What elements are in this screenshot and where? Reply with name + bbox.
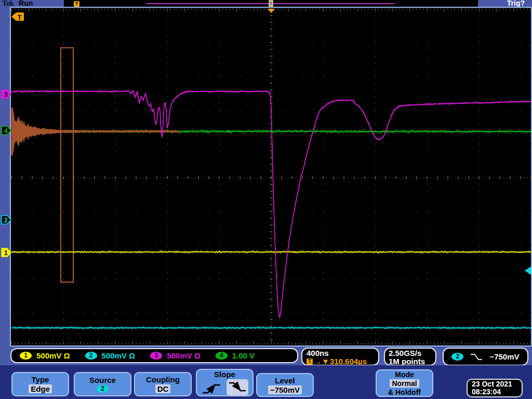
source-label: Source [89,376,116,384]
mode-button[interactable]: Mode Normal & Holdoff [376,369,433,397]
svg-text:1: 1 [4,249,8,257]
datetime-box: 23 Oct 2021 08:23:04 [467,379,523,397]
channel-4-badge: 4 [216,352,228,360]
channel-3-readout[interactable]: 3 500mV Ω [150,351,201,360]
channel-1-readout[interactable]: 1 500mV Ω [20,351,70,360]
channel-4-scale: 1.00 V [232,351,255,360]
slope-label: Slope [214,370,235,379]
channel-3-badge: 3 [150,352,162,360]
level-button[interactable]: Level −750mV [256,373,314,397]
channel-readout-box: 1 500mV Ω 2 500mV Ω 3 500mV Ω 4 1.00 V [10,348,298,363]
trigger-readout-box: 2 −750mV [443,348,528,366]
trigger-position-slider[interactable]: T [269,0,273,7]
type-button[interactable]: Type Edge [11,372,69,396]
channel-1-scale: 500mV Ω [36,351,70,360]
svg-text:3: 3 [4,91,8,98]
channel-2-badge: 2 [85,352,97,360]
channel-2-scale: 500mV Ω [102,351,136,360]
record-length: 1M points [389,357,435,366]
channel-1-badge: 1 [20,352,32,360]
oscilloscope-screen: Tek Run T T Trig? 3421T 1 500mV Ω 2 500m… [0,0,532,399]
slope-button[interactable]: Slope [196,369,254,396]
level-value: −750mV [268,385,302,394]
trigger-t-icon: T [74,1,79,7]
rising-slope-icon [202,380,221,395]
mode-value: Normal [390,379,419,388]
sample-rate: 2.50GS/s [389,349,435,357]
trigger-t-icon: T [307,358,313,365]
channel-3-scale: 500mV Ω [167,351,201,360]
acquisition-readout-box: 2.50GS/s 1M points [384,348,436,366]
mode-value2: & Holdoff [388,388,421,396]
falling-slope-icon [229,380,246,393]
svg-text:4: 4 [4,127,8,135]
trigger-state-label: Trig? [507,0,525,7]
horizontal-scale: 400ns [307,349,378,357]
mode-label: Mode [395,370,414,379]
source-channel-badge: 2 [97,385,109,393]
acquisition-status: Run [19,0,33,7]
type-label: Type [32,375,49,384]
slope-options [202,379,248,395]
level-label: Level [275,376,295,385]
trigger-delay-value: 310.604µs [330,357,367,366]
channel-2-readout[interactable]: 2 500mV Ω [85,351,136,360]
source-button[interactable]: Source 2 [74,372,131,396]
coupling-value: DC [155,384,171,393]
time-value: 08:23:04 [472,388,522,396]
delay-arrow-icon: →▼ [314,357,329,366]
falling-slope-selected [227,379,248,395]
trigger-source-badge: 2 [451,353,463,361]
coupling-button[interactable]: Coupling DC [134,372,192,396]
falling-slope-icon [470,353,483,361]
date-value: 23 Oct 2021 [472,380,522,388]
horizontal-readout-box: 400ns T →▼ 310.604µs [301,348,379,366]
trigger-delay-row: T →▼ 310.604µs [307,357,378,366]
type-value: Edge [29,384,52,393]
graticule-frame [10,7,532,347]
trigger-level-value: −750mV [489,352,519,361]
coupling-label: Coupling [146,375,180,384]
channel-4-readout[interactable]: 4 1.00 V [216,351,255,360]
svg-text:2: 2 [4,217,8,224]
